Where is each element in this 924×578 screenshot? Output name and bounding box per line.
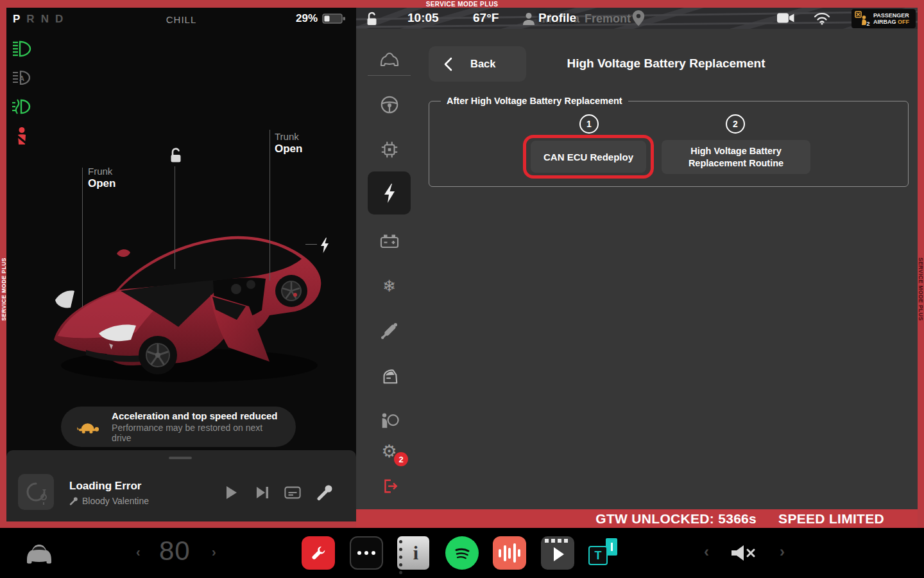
- sidebar-item-alerts[interactable]: ⚙ 2: [368, 439, 411, 464]
- seatbelt-warning-icon: [12, 127, 32, 146]
- turtle-icon: [76, 419, 100, 435]
- vehicle-controls-button[interactable]: [24, 542, 54, 568]
- wifi-icon: [813, 11, 831, 25]
- sidebar-item-vehicle[interactable]: [368, 47, 411, 73]
- service-mode-right-label: SERVICE MODE PLUS: [918, 258, 924, 321]
- dashcam-button[interactable]: [776, 12, 795, 27]
- telltale-column: A: [12, 40, 32, 146]
- unlocked-indicator[interactable]: [167, 146, 184, 166]
- media-lyrics-button[interactable]: [284, 484, 301, 501]
- car-silhouette-icon: [24, 542, 54, 565]
- sidebar-item-airbag[interactable]: [368, 408, 411, 434]
- taskbar: ‹ 80 › i: [0, 528, 924, 578]
- volume-left-chevron[interactable]: ‹: [704, 544, 709, 559]
- karaoke-mic-icon: [69, 496, 78, 505]
- sidebar-item-high-voltage-selected[interactable]: [368, 171, 411, 215]
- service-mode-left-label: SERVICE MODE PLUS: [1, 258, 7, 321]
- notification-subtitle: Performance may be restored on next driv…: [112, 423, 280, 443]
- airbag-system-icon: [379, 411, 400, 430]
- volume-muted-button[interactable]: [730, 544, 756, 565]
- unlock-icon: [167, 146, 184, 164]
- frunk-callout-line: [82, 168, 83, 308]
- info-glyph: i: [413, 542, 418, 564]
- unlocked-padlock-icon: [364, 11, 380, 26]
- sidebar-item-suspension[interactable]: [368, 318, 411, 344]
- app-toybox[interactable]: T: [588, 536, 622, 570]
- vehicle-3d-view[interactable]: [45, 213, 330, 383]
- steering-wheel-icon: [380, 95, 399, 114]
- speed-limit-decrease[interactable]: ‹: [136, 545, 141, 558]
- sidebar-item-ecu[interactable]: [368, 137, 411, 162]
- service-panel: ❄ ⚙ 2: [356, 29, 918, 509]
- car-door-icon: [380, 367, 399, 386]
- airbag-line2: AIRBAG: [873, 19, 896, 25]
- clock: 10:05: [407, 11, 439, 25]
- fog-light-indicator-icon: [12, 98, 32, 117]
- trunk-state: Open: [275, 143, 302, 155]
- sidebar-item-thermal[interactable]: ❄: [368, 273, 411, 299]
- app-owners-manual[interactable]: i: [397, 536, 429, 570]
- speed-limited-label: SPEED LIMITED: [778, 511, 884, 527]
- toybox-front-tile-icon: T: [588, 546, 608, 565]
- wrench-icon: [309, 543, 328, 563]
- app-launcher[interactable]: [350, 536, 383, 570]
- performance-notification: Acceleration and top speed reduced Perfo…: [61, 407, 296, 447]
- media-drawer-handle[interactable]: [169, 457, 192, 459]
- media-player: [6, 450, 356, 521]
- section-legend: After High Voltage Battery Replacement: [441, 96, 628, 106]
- vehicle-status-panel: P R N D CHILL 29%: [6, 8, 356, 521]
- album-art[interactable]: [18, 474, 54, 510]
- media-track-title: Loading Error: [69, 480, 141, 493]
- trunk-callout[interactable]: Trunk Open: [275, 131, 302, 155]
- speed-limit-value[interactable]: 80: [159, 536, 191, 566]
- chevron-left-icon: [444, 57, 452, 71]
- high-beam-indicator-icon: [12, 40, 32, 59]
- state-of-charge: 29%: [296, 12, 346, 25]
- app-service[interactable]: [302, 536, 335, 570]
- airbag-line1: PASSENGER: [873, 12, 909, 19]
- app-theater[interactable]: [541, 536, 574, 570]
- wifi-button[interactable]: [813, 11, 831, 28]
- notification-title: Acceleration and top speed reduced: [112, 410, 280, 421]
- app-spotify[interactable]: [445, 536, 479, 570]
- charge-port-indicator[interactable]: [320, 237, 330, 256]
- back-button[interactable]: Back: [429, 46, 526, 82]
- passenger-airbag-status: 2 PASSENGER AIRBAG OFF: [851, 9, 916, 28]
- step-2-number: 2: [726, 114, 745, 134]
- auto-headlight-indicator-icon: A: [12, 69, 32, 88]
- can-ecu-redeploy-button[interactable]: CAN ECU Redeploy: [531, 141, 646, 173]
- media-next-button[interactable]: [254, 484, 271, 501]
- charge-bolt-icon: [320, 237, 330, 254]
- sidebar-divider: [368, 75, 411, 76]
- gateway-status-banner: GTW UNLOCKED: 5366s SPEED LIMITED: [356, 509, 918, 528]
- media-play-button[interactable]: [223, 484, 239, 501]
- frunk-label: Frunk: [88, 166, 116, 177]
- sidebar-item-closures[interactable]: [368, 363, 411, 389]
- app-audio[interactable]: [493, 536, 526, 570]
- back-button-label: Back: [470, 58, 495, 70]
- after-replacement-section: After High Voltage Battery Replacement 1…: [429, 101, 909, 187]
- media-karaoke-button[interactable]: [316, 484, 333, 501]
- hv-battery-replacement-routine-button[interactable]: High Voltage Battery Replacement Routine: [662, 140, 810, 174]
- sidebar-item-low-voltage[interactable]: [368, 228, 411, 254]
- tesla-service-mode-screen: SERVICE MODE PLUS SERVICE MODE PLUS SERV…: [0, 0, 924, 578]
- frunk-callout[interactable]: Frunk Open: [88, 166, 116, 190]
- svg-text:A: A: [19, 74, 24, 82]
- vehicle-lock-status[interactable]: [364, 11, 380, 29]
- theater-icon: [541, 536, 574, 570]
- frunk-state: Open: [88, 177, 116, 190]
- outside-temperature[interactable]: 67°F: [473, 11, 499, 25]
- map-pin-icon: [631, 10, 646, 29]
- step-1-number: 1: [579, 114, 599, 134]
- profile-menu[interactable]: Profile: [538, 11, 576, 25]
- speed-limit-increase[interactable]: ›: [212, 545, 216, 558]
- chip-icon: [380, 140, 399, 159]
- sidebar-item-chassis[interactable]: [368, 92, 411, 118]
- car-front-icon: [379, 51, 400, 68]
- waveform-icon: [499, 543, 520, 563]
- volume-right-chevron[interactable]: ›: [780, 544, 785, 559]
- sidebar-item-exit-service[interactable]: [368, 473, 411, 499]
- profile-avatar-icon: [522, 12, 536, 28]
- battery-percent: 29%: [296, 12, 318, 25]
- map-city-label: Fremont: [585, 12, 631, 26]
